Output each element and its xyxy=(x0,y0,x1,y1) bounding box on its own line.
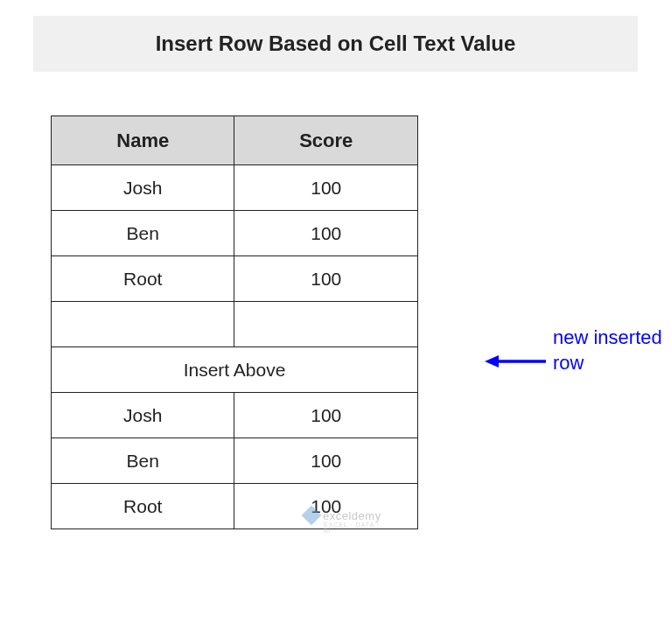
cell-score: 100 xyxy=(234,393,418,438)
watermark-tagline: EXCEL · DATA · BI xyxy=(324,522,381,534)
title-bar: Insert Row Based on Cell Text Value xyxy=(33,16,638,72)
table-row: Ben 100 xyxy=(52,438,418,484)
cell-name: Ben xyxy=(52,438,234,484)
watermark: exceldemy EXCEL · DATA · BI xyxy=(304,508,381,522)
arrow-left-icon xyxy=(485,353,546,370)
table-row-inserted xyxy=(52,302,418,347)
annotation-callout: new inserted row xyxy=(485,336,671,386)
cell-name: Josh xyxy=(52,393,234,438)
table-row: Josh 100 xyxy=(52,393,418,438)
data-table: Name Score Josh 100 Ben 100 Root 100 I xyxy=(51,116,418,529)
cell-name: Josh xyxy=(52,165,234,211)
watermark-icon xyxy=(302,506,322,526)
table-row: Josh 100 xyxy=(52,165,418,211)
table-row: Ben 100 xyxy=(52,211,418,256)
cell-score xyxy=(234,302,418,347)
table-row: Root 100 xyxy=(52,256,418,302)
table-row-merged: Insert Above xyxy=(52,347,418,393)
cell-name: Ben xyxy=(52,211,234,256)
content-area: Name Score Josh 100 Ben 100 Root 100 I xyxy=(51,116,671,529)
header-name: Name xyxy=(52,116,234,165)
cell-score: 100 xyxy=(234,211,418,256)
cell-name: Root xyxy=(52,484,234,529)
watermark-brand: exceldemy xyxy=(323,509,381,522)
table-header-row: Name Score xyxy=(52,116,418,165)
cell-score: 100 xyxy=(234,165,418,211)
header-score: Score xyxy=(234,116,418,165)
annotation-text: new inserted row xyxy=(553,326,671,375)
cell-name xyxy=(52,302,234,347)
svg-marker-1 xyxy=(485,355,499,368)
page-title: Insert Row Based on Cell Text Value xyxy=(68,32,603,56)
cell-name: Root xyxy=(52,256,234,302)
cell-merged: Insert Above xyxy=(52,347,418,393)
cell-score: 100 xyxy=(234,256,418,302)
cell-score: 100 xyxy=(234,438,418,484)
